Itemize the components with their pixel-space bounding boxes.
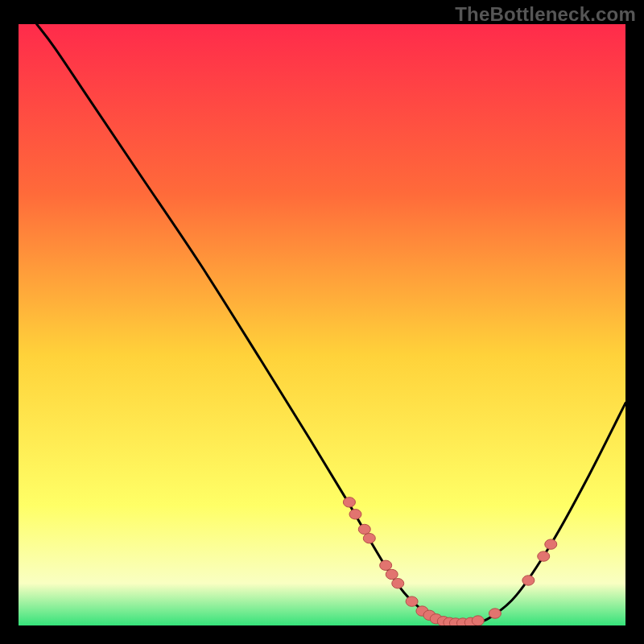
curve-marker xyxy=(406,597,418,606)
curve-marker xyxy=(472,616,484,625)
curve-marker xyxy=(545,539,557,549)
curve-marker xyxy=(380,560,392,570)
curve-marker xyxy=(358,524,370,534)
curve-marker xyxy=(386,569,398,579)
curve-marker xyxy=(363,533,375,543)
attribution-label: TheBottleneck.com xyxy=(455,3,636,26)
curve-marker xyxy=(489,609,501,618)
curve-marker xyxy=(392,579,404,588)
bottleneck-chart xyxy=(19,24,625,625)
curve-marker xyxy=(522,576,535,585)
plot-area xyxy=(19,24,625,625)
chart-frame: TheBottleneck.com xyxy=(0,0,644,644)
gradient-background xyxy=(19,24,625,625)
curve-marker xyxy=(349,510,361,519)
curve-marker xyxy=(343,497,355,507)
curve-marker xyxy=(538,551,550,561)
